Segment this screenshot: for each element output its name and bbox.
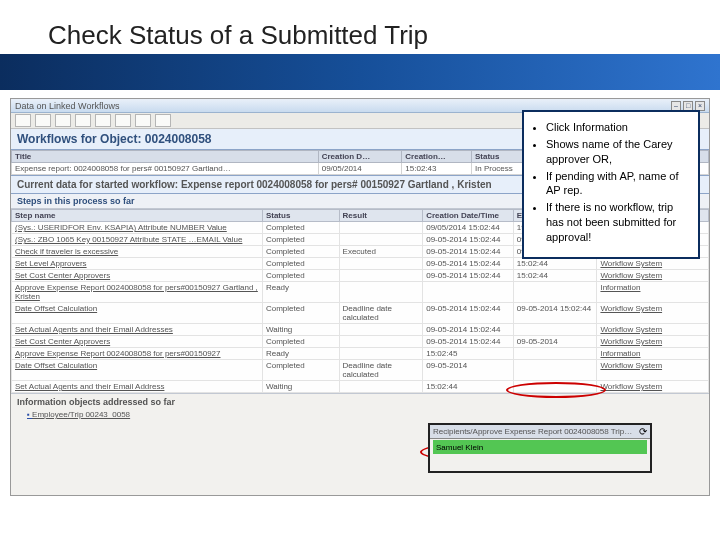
- callout-box: Click Information Shows name of the Care…: [522, 110, 700, 259]
- agent-link[interactable]: Information: [600, 283, 640, 292]
- step-creation: 09/05/2014 15:02:44: [423, 222, 514, 234]
- step-result: [339, 324, 423, 336]
- toolbar-button[interactable]: [35, 114, 51, 127]
- agent-link[interactable]: Workflow System: [600, 304, 662, 313]
- highlight-oval: [506, 382, 606, 398]
- step-result: [339, 282, 423, 303]
- col-title: Title: [12, 151, 319, 163]
- table-row[interactable]: Approve Expense Report 0024008058 for pe…: [12, 282, 709, 303]
- step-name-link[interactable]: Set Actual Agents and their Email Addres…: [15, 325, 173, 334]
- agents-popup: Recipients/Approve Expense Report 002400…: [428, 423, 652, 473]
- step-name-link[interactable]: Set Level Approvers: [15, 259, 87, 268]
- hdr-title: Expense report: 0024008058 for pers# 001…: [12, 163, 319, 175]
- agent-link[interactable]: Workflow System: [600, 382, 662, 391]
- info-object-item[interactable]: ▪ Employee/Trip 00243_0058: [11, 410, 709, 419]
- col-time: Creation…: [402, 151, 472, 163]
- toolbar-button[interactable]: [135, 114, 151, 127]
- minimize-button[interactable]: –: [671, 101, 681, 111]
- table-row[interactable]: Set Cost Center ApproversCompleted09-05-…: [12, 336, 709, 348]
- table-row[interactable]: Date Offset CalculationCompletedDeadline…: [12, 360, 709, 381]
- step-name-link[interactable]: Set Cost Center Approvers: [15, 271, 110, 280]
- window-controls: – □ ×: [671, 101, 705, 111]
- title-gradient-bar: [0, 54, 720, 90]
- step-result: [339, 381, 423, 393]
- toolbar-button[interactable]: [115, 114, 131, 127]
- toolbar-button[interactable]: [15, 114, 31, 127]
- table-row[interactable]: Set Cost Center ApproversCompleted09-05-…: [12, 270, 709, 282]
- agent-link[interactable]: Workflow System: [600, 271, 662, 280]
- step-creation: 15:02:44: [423, 381, 514, 393]
- step-name-link[interactable]: Set Cost Center Approvers: [15, 337, 110, 346]
- table-row[interactable]: Date Offset CalculationCompletedDeadline…: [12, 303, 709, 324]
- agents-popup-title: Recipients/Approve Expense Report 002400…: [433, 427, 632, 436]
- callout-item: Shows name of the Carey approver OR,: [546, 137, 688, 167]
- step-status: Ready: [262, 282, 339, 303]
- table-row[interactable]: Set Level ApproversCompleted09-05-2014 1…: [12, 258, 709, 270]
- toolbar-button[interactable]: [95, 114, 111, 127]
- agent-link[interactable]: Workflow System: [600, 361, 662, 370]
- col-step-status: Status: [262, 210, 339, 222]
- step-end: [513, 324, 597, 336]
- step-result: Deadline date calculated: [339, 303, 423, 324]
- agent-link[interactable]: Workflow System: [600, 259, 662, 268]
- step-creation: 15:02:45: [423, 348, 514, 360]
- step-end: 09-05-2014 15:02:44: [513, 303, 597, 324]
- window-title: Data on Linked Workflows: [15, 101, 119, 111]
- maximize-button[interactable]: □: [683, 101, 693, 111]
- step-status: Ready: [262, 348, 339, 360]
- col-date: Creation D…: [318, 151, 402, 163]
- step-creation: [423, 282, 514, 303]
- step-name-link[interactable]: Date Offset Calculation: [15, 304, 97, 313]
- step-end: 09-05-2014: [513, 336, 597, 348]
- step-status: Waiting: [262, 381, 339, 393]
- step-status: Completed: [262, 303, 339, 324]
- col-step-creation: Creation Date/Time: [423, 210, 514, 222]
- step-end: [513, 360, 597, 381]
- hdr-time: 15:02:43: [402, 163, 472, 175]
- step-status: Waiting: [262, 324, 339, 336]
- step-name-link[interactable]: Set Actual Agents and their Email Addres…: [15, 382, 164, 391]
- col-step-result: Result: [339, 210, 423, 222]
- step-name-link[interactable]: (Sys.: ZBO 1065 Key 00150927 Attribute S…: [15, 235, 242, 244]
- step-status: Completed: [262, 222, 339, 234]
- step-status: Completed: [262, 234, 339, 246]
- toolbar-button[interactable]: [55, 114, 71, 127]
- step-status: Completed: [262, 246, 339, 258]
- step-name-link[interactable]: Approve Expense Report 0024008058 for pe…: [15, 283, 258, 301]
- step-creation: 09-05-2014 15:02:44: [423, 246, 514, 258]
- table-row[interactable]: Approve Expense Report 0024008058 for pe…: [12, 348, 709, 360]
- agent-link[interactable]: Workflow System: [600, 325, 662, 334]
- agent-name: Samuel Klein: [436, 443, 483, 452]
- agent-row[interactable]: Samuel Klein: [433, 440, 647, 454]
- close-button[interactable]: ×: [695, 101, 705, 111]
- step-result: [339, 234, 423, 246]
- step-status: Completed: [262, 360, 339, 381]
- step-result: [339, 258, 423, 270]
- step-name-link[interactable]: Approve Expense Report 0024008058 for pe…: [15, 349, 221, 358]
- step-creation: 09-05-2014 15:02:44: [423, 324, 514, 336]
- table-row[interactable]: Set Actual Agents and their Email Addres…: [12, 324, 709, 336]
- toolbar-button[interactable]: [155, 114, 171, 127]
- step-creation: 09-05-2014 15:02:44: [423, 234, 514, 246]
- info-object-link[interactable]: Employee/Trip 00243_0058: [32, 410, 130, 419]
- step-name-link[interactable]: Date Offset Calculation: [15, 361, 97, 370]
- step-end: [513, 282, 597, 303]
- step-status: Completed: [262, 258, 339, 270]
- step-end: 15:02:44: [513, 270, 597, 282]
- agent-link[interactable]: Workflow System: [600, 337, 662, 346]
- step-end: [513, 348, 597, 360]
- step-end: 15:02:44: [513, 258, 597, 270]
- step-creation: 09-05-2014 15:02:44: [423, 258, 514, 270]
- refresh-icon[interactable]: ⟳: [639, 426, 647, 437]
- step-result: [339, 336, 423, 348]
- agent-link[interactable]: Information: [600, 349, 640, 358]
- toolbar-button[interactable]: [75, 114, 91, 127]
- step-status: Completed: [262, 336, 339, 348]
- step-name-link[interactable]: (Sys.: USERIDFOR Env. KSAPIA) Attribute …: [15, 223, 227, 232]
- step-name-link[interactable]: Check if traveler is excessive: [15, 247, 118, 256]
- slide-title: Check Status of a Submitted Trip: [48, 14, 720, 54]
- step-creation: 09-05-2014: [423, 360, 514, 381]
- info-objects-label: Information objects addressed so far: [11, 393, 709, 410]
- step-result: Deadline date calculated: [339, 360, 423, 381]
- step-result: [339, 348, 423, 360]
